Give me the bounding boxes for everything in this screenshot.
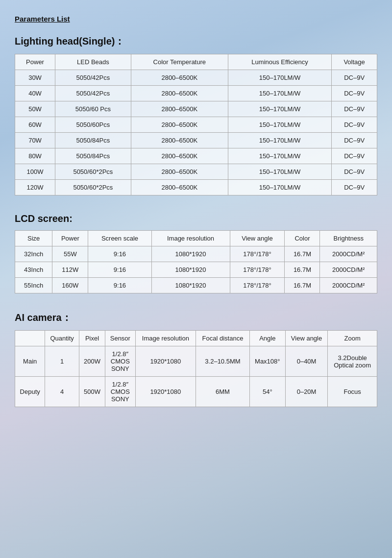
table-row: 43Inch112W9:161080*1920178°/178°16.7M200… (15, 262, 377, 278)
table-cell: 5050/42Pcs (55, 86, 131, 101)
column-header: LED Beads (55, 54, 131, 70)
table-cell: 40W (15, 86, 55, 101)
table-cell: 178°/178° (230, 262, 285, 278)
table-cell: 2800–6500K (131, 117, 228, 133)
table-cell: 9:16 (88, 246, 151, 262)
lcd-screen-section: LCD screen: SizePowerScreen scaleImage r… (15, 213, 377, 293)
table-cell: 160W (52, 278, 88, 293)
table-cell: 178°/178° (230, 246, 285, 262)
table-row: 80W5050/84Pcs2800–6500K150–170LM/WDC–9V (15, 148, 377, 164)
table-cell: 5050/60 Pcs (55, 101, 131, 117)
ai-camera-section: AI camera： QuantityPixelSensorImage reso… (15, 311, 377, 407)
table-cell: 150–170LM/W (228, 70, 331, 86)
table-cell: 80W (15, 148, 55, 164)
table-cell: 150–170LM/W (228, 133, 331, 148)
column-header: Zoom (328, 331, 377, 346)
table-cell: DC–9V (332, 148, 377, 164)
table-row: 50W5050/60 Pcs2800–6500K150–170LM/WDC–9V (15, 101, 377, 117)
table-cell: 120W (15, 180, 55, 195)
table-row: 60W5050/60Pcs2800–6500K150–170LM/WDC–9V (15, 117, 377, 133)
lcd-screen-table: SizePowerScreen scaleImage resolutionVie… (15, 230, 377, 293)
table-cell: 5050/42Pcs (55, 70, 131, 86)
lcd-screen-title: LCD screen: (15, 213, 377, 224)
column-header: Focal distance (196, 331, 250, 346)
table-cell: 1080*1920 (151, 262, 230, 278)
table-row: 32Inch55W9:161080*1920178°/178°16.7M2000… (15, 246, 377, 262)
table-cell: 5050/60*2Pcs (55, 164, 131, 180)
table-cell: DC–9V (332, 164, 377, 180)
table-cell: 2800–6500K (131, 148, 228, 164)
table-cell: 2800–6500K (131, 180, 228, 195)
table-cell: DC–9V (332, 70, 377, 86)
table-row: Deputy4500W1/2.8″ CMOS SONY1920*10806MM5… (15, 377, 377, 407)
table-cell: 9:16 (88, 278, 151, 293)
table-cell: 500W (79, 377, 105, 407)
table-cell: 5050/60*2Pcs (55, 180, 131, 195)
table-cell: 1080*1920 (151, 246, 230, 262)
table-cell: 2000CD/M² (320, 262, 377, 278)
table-cell: 2800–6500K (131, 101, 228, 117)
table-cell: 60W (15, 117, 55, 133)
table-cell: DC–9V (332, 117, 377, 133)
table-cell: 200W (79, 346, 105, 377)
table-cell: 178°/178° (230, 278, 285, 293)
column-header: Angle (249, 331, 285, 346)
table-cell: DC–9V (332, 101, 377, 117)
table-cell: 0–20M (285, 377, 328, 407)
table-row: 100W5050/60*2Pcs2800–6500K150–170LM/WDC–… (15, 164, 377, 180)
ai-camera-table: QuantityPixelSensorImage resolutionFocal… (15, 330, 377, 407)
column-header: Sensor (105, 331, 135, 346)
table-cell: 1920*1080 (135, 346, 196, 377)
table-cell: 1080*1920 (151, 278, 230, 293)
table-cell: 5050/84Pcs (55, 133, 131, 148)
column-header: Screen scale (88, 231, 151, 246)
table-row: 40W5050/42Pcs2800–6500K150–170LM/WDC–9V (15, 86, 377, 101)
table-cell: 5050/84Pcs (55, 148, 131, 164)
table-cell: 2800–6500K (131, 164, 228, 180)
table-cell: Main (15, 346, 45, 377)
table-cell: 150–170LM/W (228, 101, 331, 117)
table-cell: 55W (52, 246, 88, 262)
table-cell: DC–9V (332, 133, 377, 148)
table-cell: Max108° (249, 346, 285, 377)
table-cell: 2000CD/M² (320, 278, 377, 293)
table-cell: 100W (15, 164, 55, 180)
table-cell: 2800–6500K (131, 86, 228, 101)
table-cell: 150–170LM/W (228, 164, 331, 180)
table-row: 70W5050/84Pcs2800–6500K150–170LM/WDC–9V (15, 133, 377, 148)
page-title: Parameters List (15, 15, 377, 23)
table-row: 55Inch160W9:161080*1920178°/178°16.7M200… (15, 278, 377, 293)
table-cell: Deputy (15, 377, 45, 407)
table-cell: 55Inch (15, 278, 52, 293)
column-header: Luminous Efficiency (228, 54, 331, 70)
table-cell: 2800–6500K (131, 70, 228, 86)
table-cell: 150–170LM/W (228, 148, 331, 164)
table-cell: 54° (249, 377, 285, 407)
column-header: Image resolution (151, 231, 230, 246)
table-cell: 70W (15, 133, 55, 148)
table-cell: 1/2.8″ CMOS SONY (105, 377, 135, 407)
table-cell: 150–170LM/W (228, 117, 331, 133)
table-cell: 1/2.8″ CMOS SONY (105, 346, 135, 377)
table-row: 120W5050/60*2Pcs2800–6500K150–170LM/WDC–… (15, 180, 377, 195)
table-cell: 2800–6500K (131, 133, 228, 148)
ai-camera-title: AI camera： (15, 311, 377, 324)
column-header: Color Temperature (131, 54, 228, 70)
table-cell: DC–9V (332, 180, 377, 195)
table-cell: 3.2Double Optical zoom (328, 346, 377, 377)
table-cell: 3.2–10.5MM (196, 346, 250, 377)
table-cell: 0–40M (285, 346, 328, 377)
column-header: View angle (230, 231, 285, 246)
lighting-head-table: PowerLED BeadsColor TemperatureLuminous … (15, 54, 377, 195)
table-cell: 1920*1080 (135, 377, 196, 407)
table-cell: DC–9V (332, 86, 377, 101)
column-header: Brightness (320, 231, 377, 246)
table-cell: 30W (15, 70, 55, 86)
table-cell: 150–170LM/W (228, 86, 331, 101)
column-header: Quantity (45, 331, 79, 346)
table-cell: 150–170LM/W (228, 180, 331, 195)
table-cell: 16.7M (285, 278, 320, 293)
table-cell: 32Inch (15, 246, 52, 262)
column-header: Size (15, 231, 52, 246)
column-header: Voltage (332, 54, 377, 70)
